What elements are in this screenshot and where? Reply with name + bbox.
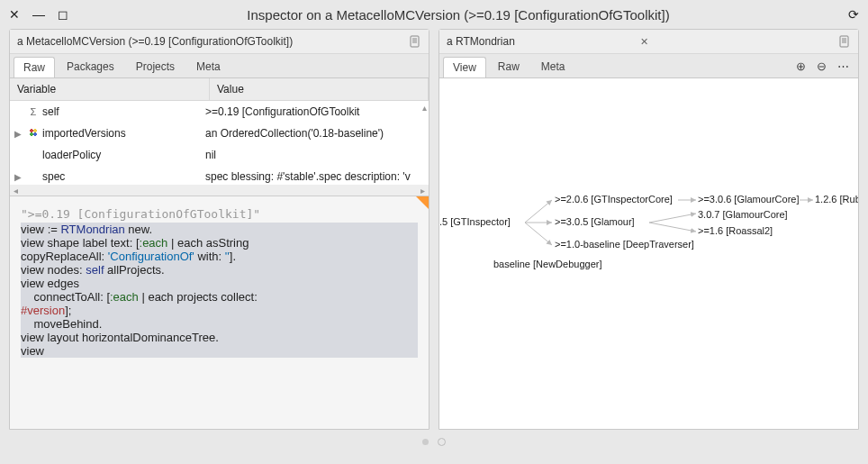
- minimize-icon[interactable]: —: [32, 8, 45, 21]
- h-scrollbar[interactable]: ◂▸: [10, 185, 429, 196]
- scroll-right-icon[interactable]: ▸: [420, 186, 425, 196]
- table-row[interactable]: ▶ spec spec blessing: #'stable'.spec des…: [10, 166, 429, 185]
- graph-node[interactable]: >=3.0.6 [GlamourCore]: [698, 194, 800, 205]
- titlebar: ✕ — ◻ Inspector on a MetacelloMCVersion …: [0, 0, 868, 29]
- right-pane: a RTMondrian ✕ View Raw Meta ⊕ ⊖ ⋯: [439, 29, 859, 430]
- refresh-icon[interactable]: ⟳: [848, 7, 859, 22]
- scroll-left-icon[interactable]: ◂: [14, 186, 18, 196]
- svg-line-8: [525, 200, 552, 223]
- left-pane: a MetacelloMCVersion (>=0.19 [Configurat…: [9, 29, 429, 430]
- code-line: view edges: [21, 277, 418, 290]
- pager-dot[interactable]: [422, 439, 429, 445]
- right-pane-title: a RTMondrian: [447, 35, 637, 48]
- svg-line-12: [649, 214, 696, 223]
- expand-icon[interactable]: ▶: [10, 172, 26, 182]
- graph-edges: [439, 78, 858, 429]
- tab-raw-right[interactable]: Raw: [488, 56, 529, 77]
- pager-dot[interactable]: [438, 438, 446, 446]
- svg-rect-0: [411, 36, 419, 47]
- graph-node[interactable]: >=1.0-baseline [DeepTraverser]: [555, 239, 694, 250]
- code-line: view shape label text: [:each | each asS…: [21, 236, 418, 250]
- var-value: nil: [200, 149, 429, 161]
- graph-canvas[interactable]: .5 [GTInspector] >=2.0.6 [GTInspectorCor…: [439, 78, 858, 429]
- code-line: moveBehind.: [21, 317, 418, 331]
- table-row[interactable]: loaderPolicy nil: [10, 144, 429, 166]
- zoom-out-icon[interactable]: ⊖: [817, 59, 827, 73]
- tab-projects[interactable]: Projects: [126, 56, 185, 77]
- tab-packages[interactable]: Packages: [57, 56, 124, 77]
- workspace: a MetacelloMCVersion (>=0.19 [Configurat…: [0, 29, 868, 430]
- code-line: connectToAll: [:each | each projects col…: [21, 290, 418, 304]
- tab-view[interactable]: View: [443, 57, 486, 77]
- expand-icon[interactable]: ▶: [10, 129, 26, 139]
- code-line: view layout horizontalDominanceTree.: [21, 331, 418, 344]
- pager-dots: [0, 430, 868, 453]
- svg-line-13: [649, 223, 696, 232]
- code-line: copyReplaceAll: 'ConfigurationOf' with: …: [21, 250, 418, 263]
- bullets-icon: [26, 128, 41, 139]
- svg-line-10: [525, 223, 552, 245]
- more-icon[interactable]: ⋯: [837, 59, 849, 73]
- svg-rect-4: [840, 36, 848, 47]
- table-row[interactable]: ▶ importedVersions an OrderedCollection(…: [10, 123, 429, 144]
- graph-node[interactable]: >=3.0.5 [Glamour]: [555, 216, 635, 227]
- var-name: spec: [41, 170, 200, 183]
- graph-node[interactable]: >=1.6 [Roassal2]: [698, 225, 773, 236]
- zoom-in-icon[interactable]: ⊕: [796, 59, 806, 73]
- dirty-flag-icon: [416, 196, 429, 209]
- document-icon[interactable]: [838, 35, 851, 48]
- code-line: view: [21, 344, 418, 358]
- var-name: loaderPolicy: [41, 149, 200, 161]
- sigma-icon: Σ: [26, 106, 41, 117]
- close-tab-icon[interactable]: ✕: [640, 36, 648, 48]
- code-line: view nodes: self allProjects.: [21, 263, 418, 277]
- table-row[interactable]: Σ self >=0.19 [ConfigurationOfGToolkit: [10, 101, 429, 123]
- graph-node[interactable]: 3.0.7 [GlamourCore]: [698, 209, 788, 220]
- var-value: spec blessing: #'stable'.spec descriptio…: [200, 170, 429, 183]
- var-value: an OrderedCollection('0.18-baseline'): [200, 127, 429, 140]
- var-name: importedVersions: [41, 127, 200, 140]
- graph-node[interactable]: 1.2.6 [Rubric]: [815, 194, 858, 205]
- scroll-up-icon[interactable]: ▴: [422, 103, 427, 113]
- code-pane[interactable]: ">=0.19 [ConfigurationOfGToolkit]" view …: [10, 196, 429, 429]
- code-header: ">=0.19 [ConfigurationOfGToolkit]": [21, 207, 418, 221]
- maximize-icon[interactable]: ◻: [58, 8, 68, 21]
- left-pane-title: a MetacelloMCVersion (>=0.19 [Configurat…: [17, 35, 409, 48]
- window-title: Inspector on a MetacelloMCVersion (>=0.1…: [68, 7, 848, 23]
- close-icon[interactable]: ✕: [9, 8, 20, 21]
- graph-node[interactable]: >=2.0.6 [GTInspectorCore]: [555, 194, 673, 205]
- col-header-value[interactable]: Value: [210, 78, 429, 100]
- var-value: >=0.19 [ConfigurationOfGToolkit: [200, 105, 429, 118]
- graph-node[interactable]: baseline [NewDebugger]: [493, 259, 601, 269]
- code-line: #version];: [21, 304, 418, 317]
- document-icon[interactable]: [409, 35, 421, 48]
- tab-raw[interactable]: Raw: [14, 57, 55, 77]
- inspector-window: ✕ — ◻ Inspector on a MetacelloMCVersion …: [0, 0, 868, 464]
- right-tabs: View Raw Meta ⊕ ⊖ ⋯: [439, 54, 858, 78]
- left-tabs: Raw Packages Projects Meta: [10, 54, 429, 78]
- code-line: view := RTMondrian new.: [21, 223, 418, 236]
- var-name: self: [41, 105, 200, 118]
- graph-node[interactable]: .5 [GTInspector]: [439, 216, 511, 227]
- tab-meta-right[interactable]: Meta: [531, 56, 575, 77]
- variable-table: Variable Value ▴ Σ self >=0.19 [Configur…: [10, 78, 429, 196]
- tab-meta[interactable]: Meta: [186, 56, 231, 77]
- col-header-variable[interactable]: Variable: [10, 78, 210, 100]
